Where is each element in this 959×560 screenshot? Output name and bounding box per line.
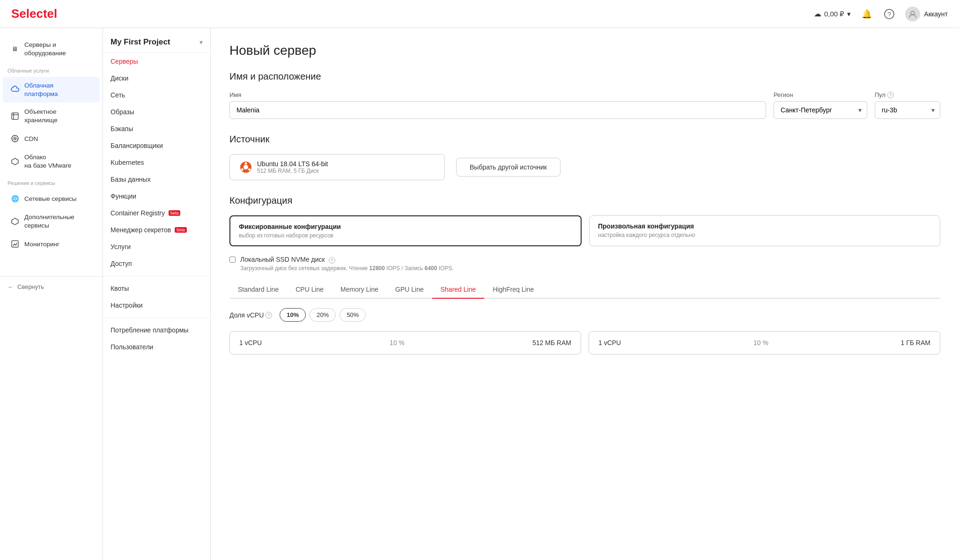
sidebar-section-solutions: Решения и сервисы [0,175,103,189]
local-ssd-checkbox[interactable] [229,257,236,263]
menu-label-balancers: Балансировщики [111,142,163,149]
config-option-custom[interactable]: Произвольная конфигурация настройка кажд… [589,215,940,246]
balance-widget[interactable]: ☁ 0,00 ₽ ▾ [814,9,851,18]
project-menu-disks[interactable]: Диски [103,70,210,87]
local-ssd-desc: Загрузочный диск без сетевых задержек. Ч… [240,265,454,272]
tab-shared[interactable]: Shared Line [432,281,485,299]
sidebar-item-monitoring[interactable]: Мониторинг [3,235,100,253]
server-card-ram-1: 1 ГБ RAM [901,339,930,346]
svg-marker-5 [12,158,18,165]
project-menu-network[interactable]: Сеть [103,87,210,103]
source-os-name: Ubuntu 18.04 LTS 64-bit [257,160,328,168]
source-section: Источник Ubuntu 18.04 LTS 64-bit 512 МБ … [229,134,940,180]
server-cards: 1 vCPU 10 % 512 МБ RAM 1 vCPU 10 % 1 ГБ … [229,331,940,354]
project-menu-users[interactable]: Пользователи [103,339,210,355]
source-box: Ubuntu 18.04 LTS 64-bit 512 МБ RAM, 5 ГБ… [229,154,940,180]
server-card-ram-0: 512 МБ RAM [532,339,571,346]
pool-select-wrapper: ru-3b ▾ [875,101,940,119]
logo: Selectel [11,7,57,21]
sidebar-item-extra[interactable]: Дополнительные сервисы [3,208,100,234]
menu-label-kubernetes: Kubernetes [111,159,144,166]
project-menu-functions[interactable]: Функции [103,188,210,205]
pool-select[interactable]: ru-3b [875,101,940,119]
config-custom-title: Произвольная конфигурация [598,222,931,230]
project-menu-services[interactable]: Услуги [103,238,210,255]
sidebar-item-object[interactable]: Объектноехранилище [3,103,100,129]
svg-text:?: ? [888,11,891,18]
project-menu-secrets[interactable]: Менеджер секретов beta [103,221,210,238]
menu-label-users: Пользователи [111,343,153,351]
project-menu-quotas[interactable]: Квоты [103,280,210,297]
vcpu-option-50[interactable]: 50% [339,308,366,322]
svg-rect-3 [12,113,18,119]
menu-label-network: Сеть [111,91,125,99]
menu-label-functions: Функции [111,192,136,200]
config-custom-sub: настройка каждого ресурса отдельно [598,232,931,238]
name-location-title: Имя и расположение [229,71,940,82]
network-icon: 🌐 [10,194,20,203]
extra-services-icon [10,217,20,226]
cloud-icon: ☁ [814,9,821,18]
sidebar-item-network[interactable]: 🌐 Сетевые сервисы [3,189,100,208]
pool-help-icon[interactable]: ? [887,92,894,98]
project-menu-consumption[interactable]: Потребление платформы [103,322,210,339]
vmware-icon [10,157,20,166]
object-storage-icon [10,111,20,121]
sidebar-item-servers[interactable]: 🖥 Серверы и оборудование [3,36,100,62]
main-content: Новый сервер Имя и расположение Имя Реги… [211,28,959,560]
collapse-sidebar[interactable]: ← Свернуть [0,276,103,297]
tab-standard[interactable]: Standard Line [229,281,287,299]
local-ssd-row: Локальный SSD NVMe диск ? Загрузочный ди… [229,256,940,272]
vcpu-option-20[interactable]: 20% [310,308,336,322]
project-menu-kubernetes[interactable]: Kubernetes [103,154,210,171]
project-menu-backups[interactable]: Бэкапы [103,120,210,137]
region-select-wrapper: Санкт-Петербург ▾ [774,101,867,119]
menu-label-backups: Бэкапы [111,125,133,133]
menu-label-secrets: Менеджер секретов [111,226,171,234]
region-label: Регион [774,91,867,98]
svg-point-9 [243,165,248,169]
tab-gpu[interactable]: GPU Line [387,281,432,299]
server-card-row-0: 1 vCPU 10 % 512 МБ RAM [239,339,571,346]
sidebar-item-vmware[interactable]: Облакона базе VMware [3,148,100,174]
sidebar-label-extra: Дополнительные сервисы [24,213,92,229]
servers-icon: 🖥 [10,44,20,54]
pool-label: Пул ? [875,91,940,98]
sidebar-item-cdn[interactable]: CDN [3,129,100,148]
name-label: Имя [229,91,766,98]
project-menu-balancers[interactable]: Балансировщики [103,137,210,154]
notifications-icon[interactable]: 🔔 [860,7,873,21]
project-menu-images[interactable]: Образы [103,103,210,120]
project-menu-databases[interactable]: Базы данных [103,171,210,188]
local-ssd-label[interactable]: Локальный SSD NVMe диск ? [240,256,335,263]
region-select[interactable]: Санкт-Петербург [774,101,867,119]
vcpu-option-10[interactable]: 10% [280,308,306,322]
sidebar-item-cloud[interactable]: Облачнаяплатформа [3,77,100,103]
project-menu-access[interactable]: Доступ [103,255,210,272]
name-location-section: Имя и расположение Имя Регион Санкт-Пете… [229,71,940,119]
collapse-label: Свернуть [17,283,44,290]
change-source-button[interactable]: Выбрать другой источник [456,158,561,177]
menu-label-disks: Диски [111,74,128,82]
project-menu-registry[interactable]: Container Registry beta [103,205,210,221]
project-menu-settings[interactable]: Настройки [103,297,210,314]
tab-highfreq[interactable]: HighFreq Line [484,281,542,299]
local-ssd-help-icon[interactable]: ? [329,257,335,264]
vcpu-help-icon[interactable]: ? [266,312,272,318]
source-os-meta: 512 МБ RAM, 5 ГБ Диск [257,168,328,174]
tab-cpu[interactable]: CPU Line [287,281,332,299]
account-widget[interactable]: Аккаунт [905,7,948,22]
logo-s: S [11,7,19,21]
config-tabs: Standard Line CPU Line Memory Line GPU L… [229,281,940,299]
project-chevron-icon[interactable]: ▾ [199,38,203,46]
menu-label-databases: Базы данных [111,176,151,183]
name-input[interactable] [229,101,766,119]
config-option-fixed[interactable]: Фиксированные конфигурации выбор из гото… [229,215,582,246]
server-card-0[interactable]: 1 vCPU 10 % 512 МБ RAM [229,331,581,354]
cdn-icon [10,134,20,143]
tab-memory[interactable]: Memory Line [332,281,387,299]
project-menu-servers[interactable]: Серверы [103,53,210,70]
help-icon[interactable]: ? [883,7,896,21]
server-card-1[interactable]: 1 vCPU 10 % 1 ГБ RAM [589,331,940,354]
sidebar-section-cloud-services: Облачные услуги [0,62,103,76]
